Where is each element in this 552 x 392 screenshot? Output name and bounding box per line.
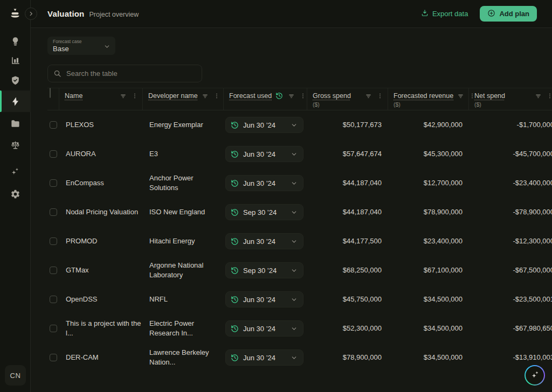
- table-row[interactable]: AURORA E3 Jun 30 ’24 $57,647,674 $45,300…: [47, 139, 552, 169]
- forecast-date-value: Jun 30 ’24: [243, 296, 275, 304]
- cell-developer: Anchor Power Solutions: [143, 173, 224, 192]
- row-checkbox[interactable]: [50, 208, 57, 216]
- column-label[interactable]: Name: [65, 92, 82, 100]
- app-window: CN Valuation Project overview Export dat…: [0, 0, 552, 392]
- forecast-date-select[interactable]: Sep 30 ’24: [225, 204, 303, 220]
- forecast-date-select[interactable]: Jun 30 ’24: [225, 146, 303, 162]
- forecast-date-select[interactable]: Jun 30 ’24: [225, 349, 303, 366]
- forecast-date-select[interactable]: Jun 30 ’24: [225, 117, 303, 133]
- column-label[interactable]: Forecasted revenue: [394, 92, 453, 100]
- forecast-date-select[interactable]: Sep 30 ’24: [225, 262, 303, 278]
- column-menu-icon[interactable]: [377, 93, 383, 99]
- forecast-date-value: Jun 30 ’24: [243, 150, 275, 158]
- table-row[interactable]: GTMax Argonne National Laboratory Sep 30…: [47, 256, 552, 285]
- cell-forecasted-revenue: $45,300,000: [388, 149, 469, 159]
- table-row[interactable]: DER-CAM Lawrence Berkeley Nation... Jun …: [47, 343, 552, 372]
- cell-forecasted-revenue: $12,700,000: [388, 178, 469, 188]
- sidebar-collapse-button[interactable]: [25, 8, 37, 20]
- row-checkbox[interactable]: [50, 267, 57, 274]
- sidebar-item-ideas[interactable]: [8, 33, 23, 48]
- export-data-label: Export data: [432, 10, 468, 18]
- row-checkbox[interactable]: [50, 237, 57, 245]
- cell-gross-spend: $57,647,674: [307, 149, 388, 159]
- forecast-case-select[interactable]: Forecast case Base: [47, 37, 115, 55]
- forecast-date-value: Jun 30 ’24: [243, 237, 275, 246]
- table-row[interactable]: This is a project with the l... Electric…: [47, 314, 552, 343]
- search-icon: [53, 69, 61, 78]
- history-clock-icon: [231, 179, 239, 187]
- sparkles-icon: [530, 370, 540, 381]
- cell-name: EnCompass: [59, 178, 143, 188]
- row-checkbox[interactable]: [50, 121, 57, 129]
- forecast-date-select[interactable]: Jun 30 ’24: [225, 233, 303, 249]
- cell-name: Nodal Pricing Valuation: [59, 207, 143, 217]
- column-label[interactable]: Developer name: [148, 92, 198, 100]
- add-plan-button[interactable]: Add plan: [480, 6, 537, 22]
- cell-net-spend: -$1,700,000: [469, 120, 552, 130]
- table-row[interactable]: PROMOD Hitachi Energy Jun 30 ’24 $44,177…: [47, 227, 552, 256]
- row-checkbox[interactable]: [50, 150, 57, 158]
- cell-forecasted-revenue: $42,900,000: [388, 120, 469, 130]
- filter-icon[interactable]: [365, 93, 372, 100]
- table-row[interactable]: OpenDSS NRFL Jun 30 ’24 $45,750,000 $34,…: [47, 285, 552, 314]
- cell-developer: ISO New England: [143, 207, 224, 217]
- forecast-date-value: Jun 30 ’24: [243, 121, 275, 129]
- cell-name: PLEXOS: [59, 120, 143, 130]
- cell-gross-spend: $44,187,040: [307, 207, 388, 217]
- sidebar-item-analytics[interactable]: [8, 53, 23, 68]
- filter-icon[interactable]: [202, 93, 209, 100]
- cell-developer: Argonne National Laboratory: [143, 261, 224, 279]
- cell-name: AURORA: [59, 149, 143, 159]
- forecast-date-select[interactable]: Jun 30 ’24: [225, 291, 303, 307]
- column-label[interactable]: Net spend: [474, 92, 505, 100]
- sidebar-item-legal[interactable]: [8, 137, 23, 152]
- cell-forecasted-revenue: $67,100,000: [388, 265, 469, 275]
- forecast-date-select[interactable]: Jun 30 ’24: [225, 175, 303, 191]
- main-content: Forecast case Base Name: [31, 28, 552, 392]
- cell-name: PROMOD: [59, 236, 143, 246]
- cell-gross-spend: $52,300,000: [307, 324, 388, 333]
- filter-icon[interactable]: [120, 93, 127, 100]
- column-menu-icon[interactable]: [547, 93, 552, 99]
- cell-developer: NRFL: [143, 295, 224, 304]
- user-avatar[interactable]: CN: [5, 365, 26, 386]
- cell-forecasted-revenue: $78,900,000: [388, 207, 469, 217]
- ai-assistant-button[interactable]: [525, 365, 545, 386]
- cell-name: GTMax: [59, 265, 143, 275]
- column-menu-icon[interactable]: [300, 93, 306, 99]
- cell-net-spend: -$13,910,003: [469, 353, 552, 362]
- filter-icon[interactable]: [457, 93, 464, 100]
- cell-name: This is a project with the l...: [59, 319, 143, 338]
- app-logo-icon[interactable]: [8, 6, 22, 20]
- sidebar-item-ai[interactable]: [8, 164, 23, 179]
- sidebar-item-settings[interactable]: [8, 186, 23, 201]
- search-input[interactable]: [66, 69, 196, 78]
- sidebar-item-security[interactable]: [8, 73, 23, 88]
- export-data-button[interactable]: Export data: [421, 9, 468, 18]
- cell-gross-spend: $50,177,673: [307, 120, 388, 130]
- sidebar-item-valuation[interactable]: [8, 94, 23, 109]
- column-label[interactable]: Forecast used: [229, 92, 272, 100]
- avatar-initials: CN: [10, 372, 21, 380]
- column-menu-icon[interactable]: [132, 93, 138, 99]
- table-header-row: Name Developer name: [47, 88, 552, 110]
- table-row[interactable]: PLEXOS Energy Exemplar Jun 30 ’24 $50,17…: [47, 110, 552, 139]
- filter-icon[interactable]: [535, 93, 542, 100]
- forecast-date-select[interactable]: Jun 30 ’24: [225, 320, 303, 337]
- table-row[interactable]: Nodal Pricing Valuation ISO New England …: [47, 198, 552, 227]
- row-checkbox[interactable]: [50, 296, 57, 303]
- select-all-checkbox[interactable]: [50, 88, 51, 98]
- chevron-down-icon: [291, 267, 298, 274]
- row-checkbox[interactable]: [50, 179, 57, 187]
- cell-gross-spend: $44,187,040: [307, 178, 388, 188]
- cell-gross-spend: $78,900,000: [307, 353, 388, 362]
- row-checkbox[interactable]: [50, 325, 57, 332]
- sidebar-item-files[interactable]: [8, 116, 23, 131]
- cell-net-spend: -$78,900,000: [469, 207, 552, 217]
- column-menu-icon[interactable]: [213, 93, 220, 99]
- filter-icon[interactable]: [288, 93, 295, 100]
- table-row[interactable]: EnCompass Anchor Power Solutions Jun 30 …: [47, 169, 552, 198]
- row-checkbox[interactable]: [50, 354, 57, 361]
- history-clock-icon[interactable]: [275, 92, 283, 100]
- column-label[interactable]: Gross spend: [313, 92, 351, 100]
